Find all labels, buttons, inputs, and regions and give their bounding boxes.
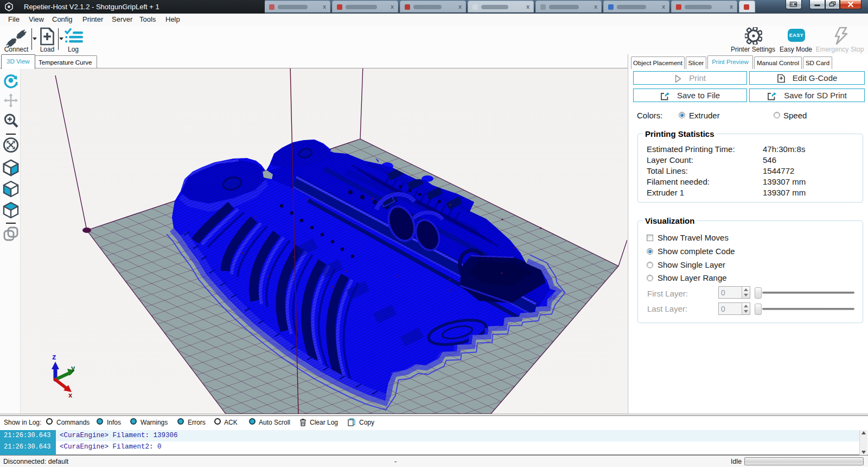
svg-text:z: z [52, 352, 56, 361]
svg-text:y: y [71, 364, 75, 372]
svg-text:x: x [68, 391, 73, 399]
